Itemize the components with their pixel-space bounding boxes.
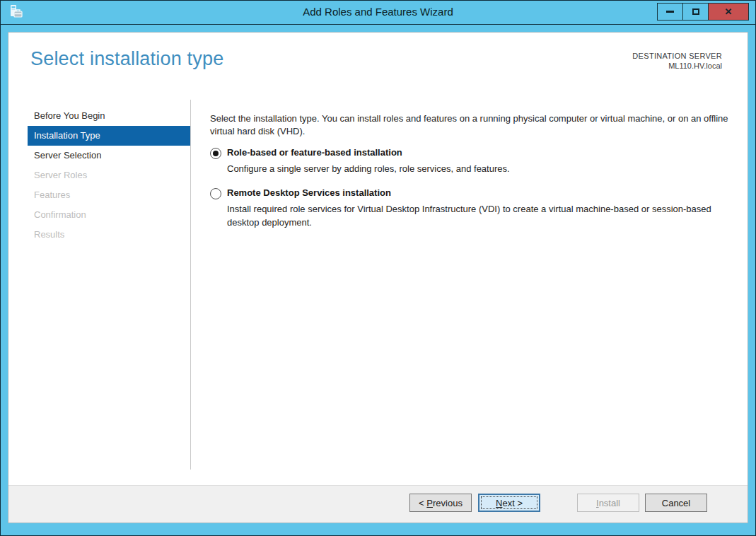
sidebar-item-installation-type[interactable]: Installation Type [28, 126, 190, 146]
wizard-steps-nav: Before You Begin Installation Type Serve… [8, 106, 190, 245]
sidebar-item-label: Features [34, 190, 70, 200]
radio-button-icon[interactable] [210, 188, 221, 199]
sidebar-item-before-you-begin[interactable]: Before You Begin [8, 106, 190, 126]
option-label: Role-based or feature-based installation [227, 147, 731, 158]
option-remote-desktop-services-installation[interactable]: Remote Desktop Services installation Ins… [210, 187, 731, 229]
option-description: Install required role services for Virtu… [227, 202, 731, 229]
window-controls: ✕ [658, 3, 749, 21]
install-button[interactable]: Install [577, 494, 639, 512]
close-button[interactable]: ✕ [708, 3, 749, 21]
option-description: Configure a single server by adding role… [227, 162, 731, 175]
sidebar-item-label: Installation Type [34, 130, 100, 141]
sidebar-item-label: Server Selection [34, 150, 101, 161]
maximize-icon [692, 8, 699, 15]
page-title: Select installation type [30, 48, 223, 70]
sidebar-item-label: Confirmation [34, 209, 86, 220]
destination-server-value: ML110.HV.local [632, 62, 722, 70]
option-text: Role-based or feature-based installation… [227, 147, 731, 175]
next-button[interactable]: Next > [478, 494, 540, 512]
sidebar-item-server-selection[interactable]: Server Selection [8, 146, 190, 165]
maximize-button[interactable] [682, 3, 709, 21]
radio-button-icon[interactable] [210, 148, 221, 159]
window-title: Add Roles and Features Wizard [1, 6, 755, 18]
command-bar: < Previous Next > Install Cancel [8, 485, 748, 523]
option-role-based-installation[interactable]: Role-based or feature-based installation… [210, 147, 731, 175]
wizard-window: Add Roles and Features Wizard ✕ Select i… [0, 0, 756, 536]
destination-server: DESTINATION SERVER ML110.HV.local [632, 52, 722, 70]
minimize-icon [666, 11, 674, 13]
option-text: Remote Desktop Services installation Ins… [227, 187, 731, 229]
destination-server-label: DESTINATION SERVER [632, 52, 722, 60]
option-label: Remote Desktop Services installation [227, 187, 731, 199]
sidebar-divider [190, 100, 191, 470]
sidebar-item-label: Results [34, 229, 64, 240]
minimize-button[interactable] [657, 3, 683, 21]
intro-text: Select the installation type. You can in… [210, 112, 730, 138]
previous-button[interactable]: < Previous [409, 494, 472, 512]
close-icon: ✕ [725, 7, 733, 16]
sidebar-item-server-roles[interactable]: Server Roles [8, 165, 190, 185]
cancel-button[interactable]: Cancel [645, 494, 707, 512]
sidebar-item-results[interactable]: Results [8, 225, 190, 245]
sidebar-item-label: Server Roles [34, 170, 87, 180]
sidebar-item-label: Before You Begin [34, 110, 105, 121]
titlebar: Add Roles and Features Wizard ✕ [1, 1, 755, 25]
sidebar-item-confirmation[interactable]: Confirmation [8, 205, 190, 225]
sidebar-item-features[interactable]: Features [8, 185, 190, 205]
wizard-client-area: Select installation type DESTINATION SER… [8, 32, 748, 523]
